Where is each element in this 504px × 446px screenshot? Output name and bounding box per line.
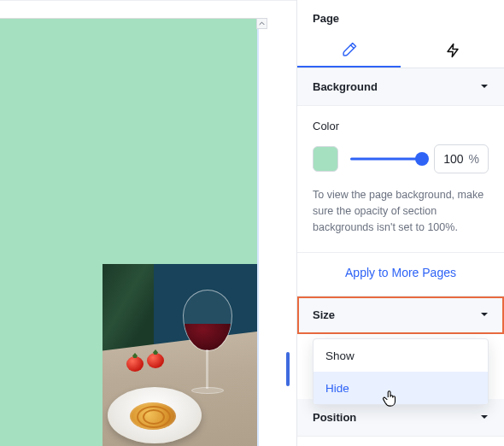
scroll-up-arrow[interactable] — [256, 18, 267, 29]
panel-tabs — [297, 33, 504, 68]
section-label: Position — [313, 411, 356, 424]
lightning-icon — [445, 43, 460, 58]
inspector-panel: Page Background Color — [296, 0, 504, 446]
tab-interactions[interactable] — [401, 33, 504, 67]
section-header-size[interactable]: Size — [297, 296, 504, 334]
panel-title: Page — [297, 0, 504, 33]
brush-icon — [342, 42, 357, 57]
opacity-value: 100 — [443, 152, 463, 166]
dropdown-option-hide[interactable]: Hide — [314, 372, 488, 404]
section-label: Background — [313, 80, 378, 93]
photo-illustration — [103, 264, 257, 446]
tab-design[interactable] — [297, 33, 401, 67]
dropdown-option-show[interactable]: Show — [314, 339, 488, 372]
apply-to-more-pages-link[interactable]: Apply to More Pages — [345, 266, 456, 279]
opacity-input[interactable]: 100 % — [434, 144, 489, 173]
opacity-unit: % — [469, 152, 479, 166]
section-resize-handle[interactable] — [286, 352, 290, 386]
color-label: Color — [313, 120, 489, 132]
section-body-background: Color 100 % To view the page background,… — [297, 106, 504, 253]
canvas-area[interactable] — [0, 0, 296, 446]
slider-thumb[interactable] — [415, 152, 429, 166]
canvas-image[interactable] — [103, 264, 257, 446]
chevron-down-icon — [480, 308, 489, 321]
size-dropdown: Show Hide — [313, 338, 489, 405]
section-label: Size — [313, 308, 335, 321]
section-header-background[interactable]: Background — [297, 68, 504, 106]
opacity-slider[interactable] — [350, 150, 422, 167]
background-hint: To view the page background, make sure t… — [313, 187, 489, 235]
chevron-down-icon — [480, 411, 489, 424]
color-swatch[interactable] — [313, 146, 338, 172]
chevron-down-icon — [480, 80, 489, 93]
